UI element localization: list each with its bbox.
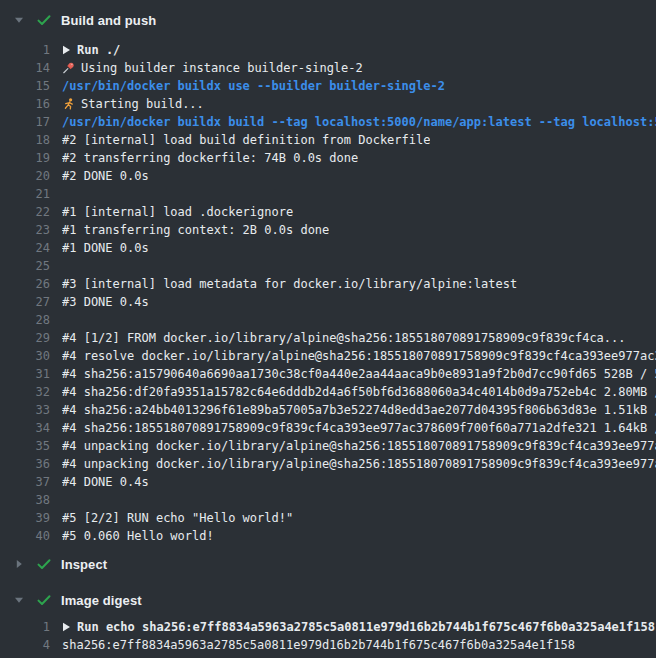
line-number-link[interactable]: 27 (0, 293, 50, 311)
log-text: /usr/bin/docker buildx build --tag local… (62, 113, 656, 131)
line-number-link[interactable]: 26 (0, 275, 50, 293)
line-number-link[interactable]: 17 (0, 113, 50, 131)
line-number-link[interactable]: 28 (0, 311, 50, 329)
log-line: 39#5 [2/2] RUN echo "Hello world!" (0, 509, 656, 527)
log-line: 4sha256:e7ff8834a5963a2785c5a0811e979d16… (0, 636, 656, 654)
chevron-down-icon[interactable] (14, 595, 24, 605)
log-line: 23#1 transferring context: 2B 0.0s done (0, 221, 656, 239)
line-number-link[interactable]: 20 (0, 167, 50, 185)
log-line: 32#4 sha256:df20fa9351a15782c64e6dddb2d4… (0, 383, 656, 401)
section-header-inspect[interactable]: Inspect (0, 553, 656, 575)
section-inspect: Inspect (0, 553, 656, 575)
log-lines: 1Run ./14Using builder instance builder-… (0, 41, 656, 545)
log-text-content: #2 DONE 0.0s (62, 167, 149, 185)
line-number-link[interactable]: 35 (0, 437, 50, 455)
log-text-content: Starting build... (81, 95, 204, 113)
log-text: #2 DONE 0.0s (62, 167, 149, 185)
line-number-link[interactable]: 40 (0, 527, 50, 545)
line-number-link[interactable]: 39 (0, 509, 50, 527)
log-text-content: #4 sha256:185518070891758909c9f839cf4ca3… (62, 419, 656, 437)
line-number-link[interactable]: 30 (0, 347, 50, 365)
log-text-content: #4 sha256:a24bb4013296f61e89ba57005a7b3e… (62, 401, 656, 419)
log-line: 40#5 0.060 Hello world! (0, 527, 656, 545)
log-text-content: #2 transferring dockerfile: 74B 0.0s don… (62, 149, 358, 167)
log-line: 27#3 DONE 0.4s (0, 293, 656, 311)
log-text-content: Using builder instance builder-single-2 (81, 59, 363, 77)
log-text: #4 DONE 0.4s (62, 473, 149, 491)
line-number-link[interactable]: 1 (0, 618, 50, 636)
section-title[interactable]: Inspect (61, 557, 107, 572)
log-text: #4 sha256:df20fa9351a15782c64e6dddb2d4a6… (62, 383, 656, 401)
run-expand-icon[interactable] (62, 622, 71, 632)
log-text: #4 sha256:185518070891758909c9f839cf4ca3… (62, 419, 656, 437)
line-number-link[interactable]: 23 (0, 221, 50, 239)
log-line: 31#4 sha256:a15790640a6690aa1730c38cf0a4… (0, 365, 656, 383)
log-text: #2 [internal] load build definition from… (62, 131, 430, 149)
log-text-content: sha256:e7ff8834a5963a2785c5a0811e979d16b… (62, 636, 575, 654)
check-icon (36, 592, 52, 608)
log-line: 37#4 DONE 0.4s (0, 473, 656, 491)
log-text: #3 [internal] load metadata for docker.i… (62, 275, 517, 293)
line-number-link[interactable]: 25 (0, 257, 50, 275)
log-text: #4 [1/2] FROM docker.io/library/alpine@s… (62, 329, 626, 347)
log-line: 24#1 DONE 0.0s (0, 239, 656, 257)
line-number-link[interactable]: 22 (0, 203, 50, 221)
log-line: 36#4 unpacking docker.io/library/alpine@… (0, 455, 656, 473)
log-line: 15/usr/bin/docker buildx use --builder b… (0, 77, 656, 95)
line-number-link[interactable]: 36 (0, 455, 50, 473)
log-line: 26#3 [internal] load metadata for docker… (0, 275, 656, 293)
log-line: 29#4 [1/2] FROM docker.io/library/alpine… (0, 329, 656, 347)
section-image-digest: Image digest 1Run echo sha256:e7ff8834a5… (0, 589, 656, 654)
section-build-and-push: Build and push 1Run ./14Using builder in… (0, 9, 656, 545)
line-number-link[interactable]: 24 (0, 239, 50, 257)
chevron-down-icon[interactable] (14, 15, 24, 25)
runner-icon (62, 97, 75, 111)
log-text-content: #3 DONE 0.4s (62, 293, 149, 311)
log-text-content: #4 sha256:a15790640a6690aa1730c38cf0a440… (62, 365, 656, 383)
section-header-image-digest[interactable]: Image digest (0, 589, 656, 611)
log-text: #4 resolve docker.io/library/alpine@sha2… (62, 347, 656, 365)
line-number-link[interactable]: 38 (0, 491, 50, 509)
log-line: 28 (0, 311, 656, 329)
log-text-content: #5 [2/2] RUN echo "Hello world!" (62, 509, 293, 527)
log-text: #1 DONE 0.0s (62, 239, 149, 257)
run-expand-icon[interactable] (62, 45, 71, 55)
log-text-content: #5 0.060 Hello world! (62, 527, 214, 545)
log-text-content: /usr/bin/docker buildx build --tag local… (62, 113, 656, 131)
line-number-link[interactable]: 21 (0, 185, 50, 203)
line-number-link[interactable]: 34 (0, 419, 50, 437)
section-title[interactable]: Build and push (61, 13, 156, 28)
line-number-link[interactable]: 18 (0, 131, 50, 149)
line-number-link[interactable]: 19 (0, 149, 50, 167)
log-text-content: #3 [internal] load metadata for docker.i… (62, 275, 517, 293)
section-header-build-and-push[interactable]: Build and push (0, 9, 656, 31)
line-number-link[interactable]: 37 (0, 473, 50, 491)
log-text-content: #2 [internal] load build definition from… (62, 131, 430, 149)
log-text: #5 [2/2] RUN echo "Hello world!" (62, 509, 293, 527)
log-line: 38 (0, 491, 656, 509)
log-text-content: Run echo sha256:e7ff8834a5963a2785c5a081… (77, 618, 655, 636)
log-line: 1Run echo sha256:e7ff8834a5963a2785c5a08… (0, 618, 656, 636)
log-text-content: /usr/bin/docker buildx use --builder bui… (62, 77, 445, 95)
log-text-content: #4 DONE 0.4s (62, 473, 149, 491)
log-text-content: Run ./ (77, 41, 120, 59)
line-number-link[interactable]: 31 (0, 365, 50, 383)
section-title[interactable]: Image digest (61, 593, 142, 608)
log-text-content: #1 [internal] load .dockerignore (62, 203, 293, 221)
chevron-right-icon[interactable] (14, 559, 24, 569)
line-number-link[interactable]: 33 (0, 401, 50, 419)
log-text: #1 transferring context: 2B 0.0s done (62, 221, 329, 239)
line-number-link[interactable]: 15 (0, 77, 50, 95)
line-number-link[interactable]: 29 (0, 329, 50, 347)
line-number-link[interactable]: 1 (0, 41, 50, 59)
log-line: 14Using builder instance builder-single-… (0, 59, 656, 77)
log-line: 25 (0, 257, 656, 275)
line-number-link[interactable]: 32 (0, 383, 50, 401)
actions-log-viewer: Build and push 1Run ./14Using builder in… (0, 0, 656, 658)
log-text-content: #1 transferring context: 2B 0.0s done (62, 221, 329, 239)
line-number-link[interactable]: 4 (0, 636, 50, 654)
line-number-link[interactable]: 16 (0, 95, 50, 113)
log-text-content: #1 DONE 0.0s (62, 239, 149, 257)
pushpin-icon (62, 61, 75, 75)
line-number-link[interactable]: 14 (0, 59, 50, 77)
